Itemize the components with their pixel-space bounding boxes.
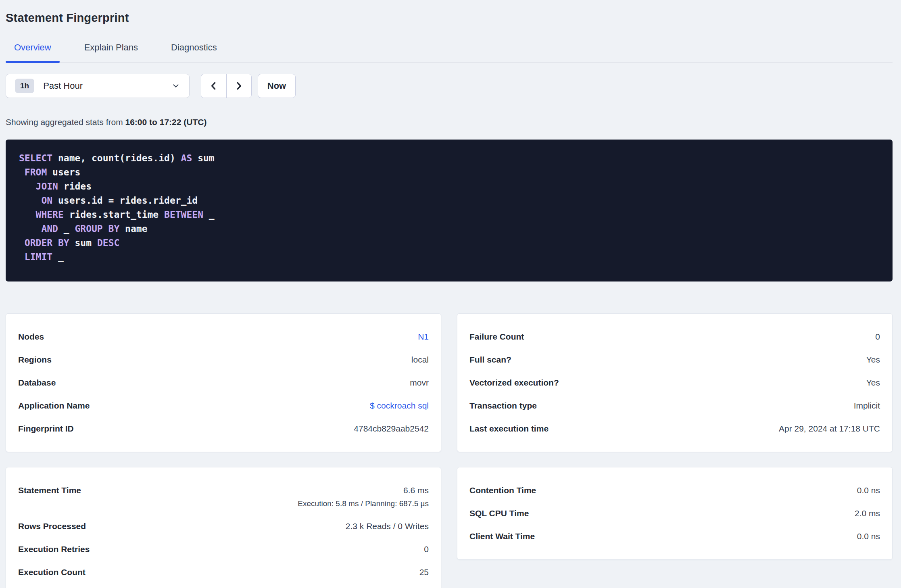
interval-badge: 1h xyxy=(15,79,34,93)
sql-token: sum xyxy=(69,238,97,248)
execution-retries-label: Execution Retries xyxy=(18,544,90,554)
next-interval-button[interactable] xyxy=(227,74,252,98)
last-execution-time-value: Apr 29, 2024 at 17:18 UTC xyxy=(779,424,880,434)
row-full-scan: Full scan? Yes xyxy=(469,355,880,365)
last-execution-time-label: Last execution time xyxy=(469,424,549,434)
sql-keyword: ORDER BY xyxy=(25,238,69,248)
card-execution-attributes: Failure Count 0 Full scan? Yes Vectorize… xyxy=(457,313,893,452)
time-toolbar: 1h Past Hour Now xyxy=(6,74,893,98)
summary-cards: Nodes N1 Regions local Database movr App… xyxy=(6,313,893,588)
failure-count-value: 0 xyxy=(875,332,880,342)
regions-label: Regions xyxy=(18,355,52,365)
row-sql-cpu-time: SQL CPU Time 2.0 ms xyxy=(469,509,880,518)
sql-token xyxy=(19,223,41,234)
nodes-label: Nodes xyxy=(18,332,44,342)
sql-keyword: LIMIT xyxy=(25,252,52,262)
full-scan-value: Yes xyxy=(866,355,880,365)
client-wait-time-label: Client Wait Time xyxy=(469,532,535,541)
application-name-link[interactable]: $ cockroach sql xyxy=(370,401,429,411)
chevron-left-icon xyxy=(209,81,219,91)
now-button[interactable]: Now xyxy=(258,74,296,98)
sql-token xyxy=(19,181,36,192)
sql-statement: SELECT name, count(rides.id) AS sum FROM… xyxy=(19,151,879,264)
row-contention-time: Contention Time 0.0 ns xyxy=(469,486,880,495)
sql-token xyxy=(19,195,41,206)
sql-token: rides xyxy=(58,181,92,192)
sql-token: _ xyxy=(58,223,75,234)
fingerprint-id-label: Fingerprint ID xyxy=(18,424,74,434)
failure-count-label: Failure Count xyxy=(469,332,524,342)
row-transaction-type: Transaction type Implicit xyxy=(469,401,880,411)
stats-caption: Showing aggregated stats from 16:00 to 1… xyxy=(6,117,893,127)
sql-token: sum xyxy=(192,153,214,163)
sql-line: ON users.id = rides.rider_id xyxy=(19,194,879,208)
row-fingerprint-id: Fingerprint ID 4784cb829aab2542 xyxy=(18,424,429,434)
sql-token: _ xyxy=(203,209,215,220)
row-statement-time: Statement Time 6.6 ms Execution: 5.8 ms … xyxy=(18,486,429,508)
sql-token xyxy=(19,238,25,248)
sql-cpu-time-label: SQL CPU Time xyxy=(469,509,529,518)
vectorized-execution-value: Yes xyxy=(866,378,880,388)
regions-value: local xyxy=(411,355,429,365)
row-execution-count: Execution Count 25 xyxy=(18,567,429,577)
sql-token: name xyxy=(119,223,147,234)
sql-line: SELECT name, count(rides.id) AS sum xyxy=(19,151,879,165)
tab-bar: Overview Explain Plans Diagnostics xyxy=(6,42,893,63)
tab-diagnostics[interactable]: Diagnostics xyxy=(163,42,225,62)
sql-keyword: JOIN xyxy=(36,181,58,192)
previous-interval-button[interactable] xyxy=(201,74,227,98)
row-client-wait-time: Client Wait Time 0.0 ns xyxy=(469,532,880,541)
chevron-right-icon xyxy=(234,81,244,91)
interval-arrow-group xyxy=(201,74,252,98)
statement-fingerprint-page: Statement Fingerprint Overview Explain P… xyxy=(0,0,901,588)
sql-line: JOIN rides xyxy=(19,179,879,194)
row-database: Database movr xyxy=(18,378,429,388)
transaction-type-label: Transaction type xyxy=(469,401,537,411)
fingerprint-id-value: 4784cb829aab2542 xyxy=(354,424,429,434)
rows-processed-label: Rows Processed xyxy=(18,521,86,531)
row-failure-count: Failure Count 0 xyxy=(469,332,880,342)
row-rows-processed: Rows Processed 2.3 k Reads / 0 Writes xyxy=(18,521,429,531)
nodes-value-link[interactable]: N1 xyxy=(418,332,429,342)
application-name-label: Application Name xyxy=(18,401,90,411)
sql-token: _ xyxy=(52,252,64,262)
sql-line: ORDER BY sum DESC xyxy=(19,236,879,250)
transaction-type-value: Implicit xyxy=(854,401,880,411)
sql-token: users.id = rides.rider_id xyxy=(52,195,198,206)
time-interval-picker[interactable]: 1h Past Hour xyxy=(6,74,190,98)
execution-count-label: Execution Count xyxy=(18,567,86,577)
sql-keyword: SELECT xyxy=(19,153,52,163)
statement-time-label: Statement Time xyxy=(18,486,81,495)
database-value: movr xyxy=(410,378,429,388)
sql-cpu-time-value: 2.0 ms xyxy=(855,509,880,518)
statement-time-value: 6.6 ms xyxy=(403,486,429,495)
sql-keyword: AS xyxy=(181,153,192,163)
contention-time-label: Contention Time xyxy=(469,486,536,495)
rows-processed-value: 2.3 k Reads / 0 Writes xyxy=(346,521,429,531)
sql-line: FROM users xyxy=(19,165,879,179)
card-statement-details: Nodes N1 Regions local Database movr App… xyxy=(6,313,441,452)
sql-keyword: GROUP BY xyxy=(75,223,119,234)
row-nodes: Nodes N1 xyxy=(18,332,429,342)
execution-count-value: 25 xyxy=(419,567,429,577)
sql-keyword: BETWEEN xyxy=(164,209,203,220)
statement-time-breakdown: Execution: 5.8 ms / Planning: 687.5 µs xyxy=(298,499,429,508)
sql-keyword: DESC xyxy=(97,238,119,248)
contention-time-value: 0.0 ns xyxy=(857,486,880,495)
tab-explain-plans[interactable]: Explain Plans xyxy=(76,42,146,62)
stats-caption-range: 16:00 to 17:22 (UTC) xyxy=(125,117,207,127)
interval-label: Past Hour xyxy=(43,81,83,91)
sql-line: AND _ GROUP BY name xyxy=(19,222,879,236)
vectorized-execution-label: Vectorized execution? xyxy=(469,378,559,388)
row-vectorized-execution: Vectorized execution? Yes xyxy=(469,378,880,388)
tab-overview[interactable]: Overview xyxy=(6,42,60,62)
sql-statement-box: SELECT name, count(rides.id) AS sum FROM… xyxy=(6,140,893,281)
sql-token xyxy=(19,209,36,220)
sql-line: LIMIT _ xyxy=(19,250,879,264)
database-label: Database xyxy=(18,378,56,388)
row-last-execution-time: Last execution time Apr 29, 2024 at 17:1… xyxy=(469,424,880,434)
sql-keyword: ON xyxy=(41,195,52,206)
sql-keyword: WHERE xyxy=(36,209,64,220)
card-statement-timing: Statement Time 6.6 ms Execution: 5.8 ms … xyxy=(6,467,441,588)
stats-caption-prefix: Showing aggregated stats from xyxy=(6,117,125,127)
